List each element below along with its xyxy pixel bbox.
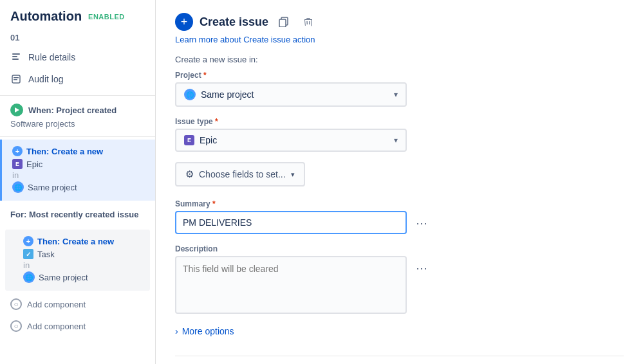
add-component-2[interactable]: ○ Add component	[0, 315, 155, 337]
issue-type-field-label: Issue type *	[175, 117, 624, 126]
choose-fields-arrow-icon: ▾	[291, 170, 295, 179]
then-action-2-project: Same project	[39, 273, 88, 282]
step-number: 01	[0, 29, 155, 46]
choose-fields-button[interactable]: ⚙ Choose fields to set... ▾	[175, 162, 305, 187]
more-options-link[interactable]: › More options	[175, 326, 624, 336]
add-component-2-label: Add component	[27, 322, 86, 331]
add-component-1-icon: ○	[10, 298, 22, 310]
add-component-2-icon: ○	[10, 320, 22, 332]
summary-field-wrap: Summary *	[175, 199, 407, 234]
epic-icon-1: E	[12, 159, 23, 169]
rule-icon	[10, 51, 22, 63]
then-action-2[interactable]: + Then: Create a new Task in 🌐 Same proj…	[5, 230, 150, 291]
issue-type-field-group: Issue type * E Epic ▾	[175, 117, 624, 152]
sidebar-header: Automation ENABLED	[0, 0, 155, 29]
project-select-value: 🌐 Same project	[184, 89, 254, 100]
issue-type-required: *	[213, 117, 218, 126]
sidebar-menu: Rule details Audit log	[0, 46, 155, 96]
then-action-1-project: Same project	[28, 183, 77, 192]
project-required: *	[201, 71, 207, 80]
issue-type-epic-icon: E	[184, 135, 194, 145]
when-sub: Software projects	[10, 119, 145, 129]
more-options-chevron-icon: ›	[175, 326, 178, 336]
then-action-2-issuetype: Task	[37, 250, 55, 259]
svg-rect-2	[12, 59, 19, 60]
sidebar-item-audit-log[interactable]: Audit log	[0, 68, 155, 90]
when-label: When: Project created	[28, 105, 116, 115]
summary-row: Summary * ⋯	[175, 199, 624, 234]
planet-icon-2: 🌐	[23, 271, 35, 283]
footer-actions: Cancel Save	[175, 356, 624, 364]
planet-icon-1: 🌐	[12, 181, 24, 193]
issue-type-chevron-icon: ▾	[394, 136, 398, 145]
sidebar-item-rule-details[interactable]: Rule details	[0, 46, 155, 68]
svg-rect-0	[12, 53, 20, 55]
then-action-1-label: Then: Create a new	[26, 147, 103, 156]
svg-rect-8	[279, 19, 286, 27]
then-action-1-plus-icon: +	[12, 146, 23, 156]
svg-rect-1	[12, 56, 17, 57]
svg-rect-5	[14, 79, 17, 80]
create-issue-plus-icon: +	[175, 13, 193, 31]
summary-more-button[interactable]: ⋯	[412, 214, 431, 233]
add-component-1-label: Add component	[27, 300, 86, 309]
summary-field-label: Summary *	[175, 199, 407, 208]
svg-rect-4	[14, 77, 19, 78]
choose-fields-label: Choose fields to set...	[199, 169, 286, 179]
issue-type-select[interactable]: E Epic ▾	[175, 129, 407, 152]
project-select[interactable]: 🌐 Same project ▾	[175, 82, 407, 107]
for-label: For: Most recently created issue	[10, 210, 145, 219]
sidebar: Automation ENABLED 01 Rule details Audit…	[0, 0, 156, 364]
issue-type-select-value: E Epic	[184, 135, 217, 145]
project-field-label: Project *	[175, 71, 624, 80]
svg-marker-6	[15, 107, 19, 113]
status-badge: ENABLED	[88, 13, 125, 21]
summary-required: *	[210, 199, 216, 208]
sidebar-audit-log-label: Audit log	[28, 74, 63, 84]
then-action-1-prep: in	[12, 170, 19, 180]
description-more-button[interactable]: ⋯	[412, 259, 431, 278]
copy-button[interactable]	[275, 13, 293, 31]
description-textarea[interactable]	[175, 256, 407, 314]
then-action-2-prep: in	[23, 260, 30, 270]
sidebar-rule-details-label: Rule details	[28, 52, 75, 62]
description-field-wrap: Description	[175, 244, 407, 316]
create-issue-header: + Create issue	[175, 13, 624, 31]
description-field-label: Description	[175, 244, 407, 253]
for-section: For: Most recently created issue	[0, 203, 155, 227]
gear-icon: ⚙	[185, 168, 194, 180]
project-field-group: Project * 🌐 Same project ▾	[175, 71, 624, 107]
app-title: Automation	[10, 9, 82, 24]
main-panel: + Create issue Learn more about Create i…	[156, 0, 643, 364]
learn-more-link[interactable]: Learn more about Create issue action	[175, 35, 624, 44]
description-row: Description ⋯	[175, 244, 624, 316]
then-action-1-issuetype: Epic	[26, 159, 42, 169]
create-label: Create a new issue in:	[175, 55, 624, 64]
delete-button[interactable]	[299, 13, 317, 31]
add-component-1[interactable]: ○ Add component	[0, 293, 155, 315]
when-icon	[10, 104, 23, 116]
when-section[interactable]: When: Project created Software projects	[0, 96, 155, 137]
create-issue-title: Create issue	[200, 15, 268, 29]
then-action-1[interactable]: + Then: Create a new E Epic in 🌐 Same pr…	[0, 140, 155, 201]
then-action-2-label: Then: Create a new	[37, 237, 114, 246]
project-chevron-icon: ▾	[394, 90, 398, 99]
task-icon	[23, 249, 33, 259]
then-action-2-plus-icon: +	[23, 236, 33, 246]
project-planet-icon: 🌐	[184, 89, 196, 100]
summary-input[interactable]	[175, 211, 407, 234]
audit-icon	[10, 73, 22, 85]
